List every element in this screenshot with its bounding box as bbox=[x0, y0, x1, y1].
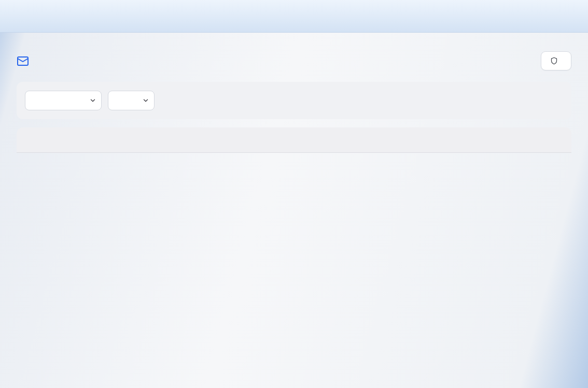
chevron-down-icon bbox=[89, 97, 96, 104]
filter-bar bbox=[17, 82, 571, 119]
main-content bbox=[0, 51, 588, 153]
chevron-down-icon bbox=[142, 97, 149, 104]
account-filter-select[interactable] bbox=[25, 91, 102, 110]
table-header-row bbox=[17, 127, 571, 153]
judgement-filter-select[interactable] bbox=[108, 91, 155, 110]
shield-icon bbox=[550, 57, 558, 65]
rule-management-button[interactable] bbox=[541, 51, 571, 70]
page-header bbox=[17, 51, 571, 70]
mail-icon bbox=[17, 55, 29, 67]
navbar bbox=[0, 0, 588, 33]
mail-history-table bbox=[17, 127, 571, 153]
